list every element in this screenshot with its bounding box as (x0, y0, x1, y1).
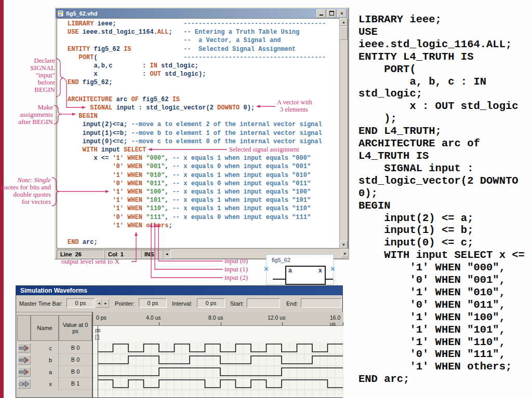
annotation-make-assignments: Make assignments after BEGIN (18, 104, 53, 126)
icon-column-header (17, 315, 31, 341)
code-line: BEGIN (68, 112, 326, 120)
vhdl-text-line: '1' WHEN others; (358, 361, 530, 373)
annotation-note-quotes: Note: Single quotes for bits and double … (1, 176, 51, 205)
vhdl-text-line: ARCHITECTURE arc of (358, 138, 530, 150)
vertical-scrollbar[interactable]: ▲ ▼ (339, 18, 348, 249)
vhdl-text-line: '0' WHEN "001", (358, 274, 530, 286)
vhdl-text-line: '1' WHEN "110", (358, 336, 530, 349)
waveform-plot[interactable] (93, 342, 343, 397)
start-label: Start: (230, 300, 244, 307)
fig5-62-symbol-block: fig5_62 a x × × (266, 254, 334, 285)
annotation-declare-signal: Declare SIGNAL "input" before BEGIN (30, 57, 55, 93)
input-pin-icon[interactable] (18, 355, 31, 365)
waveform-main-area: Name Value at 0 ps 0 ps 4.0 us 8.0 us 12… (16, 312, 342, 397)
vhdl-text-line: input(0) <= c; (358, 237, 530, 249)
signal-row-x: xB 1 (16, 378, 93, 390)
restore-button[interactable] (327, 9, 336, 18)
time-scale-header[interactable]: 0 ps 4.0 us 8.0 us 12.0 us 16.0 us (93, 312, 343, 326)
signal-row-c: cB 0 (16, 342, 93, 354)
vhdl-text-line: '0' WHEN "011", (358, 299, 530, 311)
vhdl-text-line: '1' WHEN "010", (358, 286, 530, 299)
scrollbar-thumb[interactable] (340, 26, 348, 40)
code-editor-area[interactable]: LIBRARY ieee; --------------------------… (57, 18, 348, 249)
signal-name[interactable]: a (31, 366, 59, 378)
vhdl-editor-window: fig5_62.vhd × LIBRARY ieee; ------------… (55, 7, 349, 259)
vhdl-text-line: '1' WHEN "000", (358, 262, 530, 274)
output-port-label: x (318, 267, 322, 274)
code-line: USE ieee.std_logic_1164.ALL; -- Entering… (68, 28, 326, 36)
time-step-forward-icon[interactable]: ► (102, 298, 109, 308)
master-time-bar-handle[interactable] (95, 335, 99, 340)
waveform-panel-title: Simulation Waveforms (20, 287, 87, 294)
close-button[interactable]: × (337, 9, 347, 18)
vhdl-text-line: std_logic_vector(2 DOWNTO (358, 175, 530, 187)
code-line: '1' WHEN "110", -- x equals 1 when input… (68, 204, 326, 213)
signal-table: cB 0 bB 0 aB 0 xB 1 (16, 342, 93, 397)
code-line: x : OUT std_logic); (68, 70, 326, 78)
vhdl-text-line: SIGNAL input : (358, 162, 530, 175)
vhdl-text-line: input(1) <= b; (358, 224, 530, 237)
vhdl-text-line: '1' WHEN "101", (358, 324, 530, 336)
code-lines: LIBRARY ieee; --------------------------… (68, 20, 326, 246)
code-line: LIBRARY ieee; --------------------------… (68, 20, 326, 28)
master-time-marker-strip[interactable]: ps (93, 326, 343, 342)
code-line (68, 87, 326, 95)
name-column-header: Name (31, 315, 59, 341)
code-line: input(0)<=c; --move c to element 0 of th… (68, 138, 326, 146)
value-column-header: Value at 0 ps (59, 315, 92, 341)
signal-name[interactable]: x (31, 378, 59, 390)
scroll-down-icon[interactable]: ▼ (340, 241, 348, 249)
signal-value: B 0 (59, 366, 92, 378)
minimize-button[interactable] (316, 9, 326, 18)
signal-name[interactable]: b (31, 354, 59, 366)
vhdl-text-line: ieee.std_logic_1164.ALL; (358, 38, 530, 51)
signal-value: B 1 (59, 378, 92, 390)
vhdl-text-line: '0' WHEN "111", (358, 348, 530, 361)
code-line: '1' WHEN "010", -- x equals 1 when input… (68, 171, 326, 180)
vhdl-text-line: USE (358, 26, 530, 38)
status-mode: INS (141, 250, 163, 258)
signal-name[interactable]: c (31, 342, 59, 354)
annotation-input-2: input (2) (224, 274, 248, 281)
code-line: ENTITY fig5_62 IS -- Selected Signal Ass… (68, 45, 326, 53)
vhdl-text-line: a, b, c : IN (358, 76, 530, 88)
code-line: '0' WHEN "001", -- x equals 0 when input… (68, 162, 326, 171)
signal-value: B 0 (59, 354, 92, 366)
output-pin-icon[interactable] (18, 379, 31, 389)
signal-value: B 0 (59, 342, 92, 354)
code-line: END fig5_62; (68, 78, 326, 87)
master-time-bar-field[interactable]: 0 ps (66, 298, 95, 308)
tick-label-12: 12.0 us (268, 314, 285, 321)
editor-title-bar[interactable]: fig5_62.vhd × (56, 8, 348, 18)
tick-label-4: 4.0 us (146, 314, 161, 321)
pointer-field[interactable]: 0 ps (139, 298, 167, 308)
code-line: -- a Vector, a Signal and (68, 36, 326, 45)
end-field[interactable] (301, 298, 341, 308)
code-line: '1' WHEN others; (68, 222, 326, 230)
vhdl-text-line: PORT( (358, 63, 530, 76)
input-pin-icon[interactable] (18, 343, 31, 353)
simulation-waveforms-panel: Simulation Waveforms Master Time Bar: 0 … (16, 285, 343, 398)
input-port-wire (273, 279, 285, 280)
window-title: fig5_62.vhd (66, 10, 315, 17)
code-line: '0' WHEN "111", -- x equals 0 when input… (68, 213, 326, 222)
hscroll-right-icon[interactable]: ► (341, 250, 349, 257)
interval-field[interactable]: 0 ps (197, 298, 225, 308)
master-time-cursor[interactable] (98, 326, 98, 397)
vhdl-text-line: END L4_TRUTH; (358, 125, 530, 138)
scroll-up-icon[interactable]: ▲ (340, 18, 348, 26)
end-label: End: (286, 300, 298, 307)
annotation-input-0: input (0) (224, 257, 248, 265)
start-field[interactable] (247, 298, 280, 308)
annotation-input-1: input (1) (224, 266, 248, 273)
waveform-panel-title-bar[interactable]: Simulation Waveforms (16, 286, 342, 295)
vhdl-text-line: '1' WHEN "100", (358, 311, 530, 324)
vhdl-text-line: 0); (358, 187, 530, 200)
code-line: '1' WHEN "101", -- x equals 1 when input… (68, 196, 326, 204)
tick-label-0: 0 ps (96, 314, 107, 321)
vhdl-text-line: L4_TRUTH IS (358, 150, 530, 162)
hscroll-left-icon[interactable]: ◄ (163, 250, 171, 258)
input-pin-icon[interactable] (18, 367, 31, 377)
time-step-back-icon[interactable]: ◄ (96, 298, 102, 308)
vhdl-text-line: input(2) <= a; (358, 212, 530, 225)
